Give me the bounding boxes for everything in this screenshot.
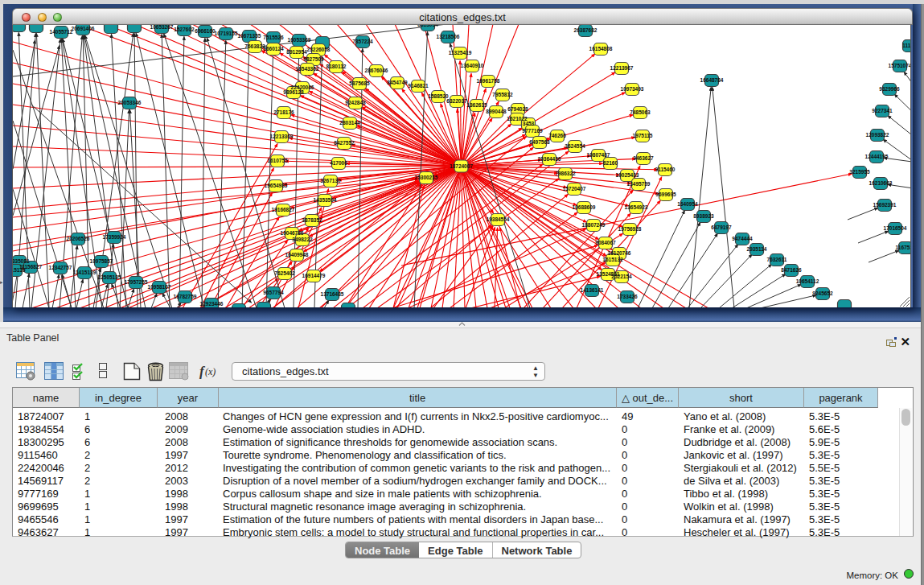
svg-text:7986322: 7986322 [555, 171, 576, 176]
svg-text:9084067: 9084067 [595, 240, 616, 245]
svg-text:8912954: 8912954 [286, 49, 307, 55]
svg-text:26387682: 26387682 [574, 27, 598, 33]
svg-text:12923446: 12923446 [200, 301, 224, 307]
svg-text:2718176: 2718176 [273, 109, 294, 115]
svg-text:10688609: 10688609 [573, 204, 596, 210]
svg-text:20691406: 20691406 [72, 26, 95, 31]
svg-text:13654923: 13654923 [625, 204, 648, 210]
svg-text:8427552: 8427552 [334, 140, 355, 146]
svg-text:13218506: 13218506 [437, 34, 460, 39]
svg-text:1335081: 1335081 [13, 258, 30, 264]
svg-text:11325419: 11325419 [449, 50, 472, 56]
svg-text:7955812: 7955812 [492, 92, 513, 97]
svg-text:11156827: 11156827 [19, 264, 43, 270]
svg-text:18724007: 18724007 [450, 163, 473, 169]
svg-text:417006: 417006 [330, 160, 347, 166]
svg-text:12342757: 12342757 [49, 265, 72, 270]
svg-text:6794028: 6794028 [507, 106, 528, 112]
svg-text:3453: 3453 [523, 121, 535, 126]
svg-text:11415139: 11415139 [73, 270, 97, 275]
svg-text:1588520: 1588520 [428, 93, 449, 99]
svg-text:12213369: 12213369 [270, 134, 294, 139]
svg-text:10958107: 10958107 [148, 284, 171, 290]
svg-text:9699695: 9699695 [655, 192, 676, 197]
svg-text:10654112: 10654112 [796, 278, 819, 284]
svg-text:(x): (x) [205, 366, 216, 377]
svg-text:2522154: 2522154 [611, 274, 632, 279]
svg-text:9777169: 9777169 [522, 128, 543, 134]
svg-text:10671355: 10671355 [238, 33, 261, 39]
svg-text:14136141: 14136141 [581, 287, 604, 293]
svg-text:16409948: 16409948 [285, 252, 309, 257]
svg-text:16053369: 16053369 [288, 37, 311, 43]
svg-text:2803144: 2803144 [339, 120, 360, 126]
svg-text:16914479: 16914479 [302, 273, 326, 278]
svg-text:3267130: 3267130 [320, 178, 341, 183]
svg-text:8938923: 8938923 [693, 213, 714, 219]
svg-text:9474444: 9474444 [732, 236, 753, 241]
svg-text:9245652: 9245652 [812, 290, 833, 296]
svg-text:9329966: 9329966 [879, 86, 900, 92]
svg-text:1975115: 1975115 [633, 133, 653, 138]
svg-text:13716485: 13716485 [321, 291, 344, 297]
svg-text:8813054: 8813054 [417, 25, 438, 27]
svg-text:16648784: 16648784 [700, 77, 724, 83]
svg-text:6479197: 6479197 [711, 225, 732, 230]
svg-text:20206526: 20206526 [67, 236, 90, 241]
svg-text:19654985: 19654985 [265, 183, 288, 188]
svg-text:12093822: 12093822 [866, 132, 889, 138]
svg-text:20053346: 20053346 [118, 100, 142, 105]
svg-text:8990448: 8990448 [486, 109, 507, 114]
svg-text:1733426: 1733426 [617, 294, 638, 299]
svg-text:9896128: 9896128 [283, 89, 304, 95]
svg-text:3878352: 3878352 [302, 217, 322, 223]
svg-text:13640910: 13640910 [461, 63, 484, 68]
svg-text:10975857: 10975857 [90, 258, 113, 264]
svg-text:16543362: 16543362 [296, 66, 319, 72]
svg-text:16782759: 16782759 [174, 294, 197, 299]
svg-text:7625402: 7625402 [274, 270, 295, 276]
svg-text:9657794: 9657794 [263, 290, 284, 295]
svg-text:13495759: 13495759 [627, 181, 651, 187]
svg-text:16120746: 16120746 [608, 250, 631, 256]
svg-text:10046786: 10046786 [281, 230, 304, 236]
svg-text:14353594: 14353594 [314, 197, 337, 203]
svg-text:25300215: 25300215 [415, 175, 438, 180]
svg-text:16210663: 16210663 [869, 180, 893, 186]
svg-text:18807249: 18807249 [582, 222, 606, 228]
svg-text:9827509: 9827509 [303, 56, 324, 62]
svg-text:1610755: 1610755 [267, 158, 288, 163]
svg-text:15692391: 15692391 [873, 202, 897, 208]
svg-text:9463627: 9463627 [633, 155, 654, 161]
svg-text:1527602: 1527602 [174, 27, 195, 32]
svg-text:11123: 11123 [902, 43, 911, 48]
svg-text:15751074: 15751074 [889, 63, 911, 68]
svg-text:7857224: 7857224 [352, 39, 373, 44]
svg-text:9115460: 9115460 [655, 167, 676, 172]
svg-text:9660124: 9660124 [263, 46, 284, 51]
svg-text:17016504: 17016504 [884, 225, 907, 231]
svg-text:7663822: 7663822 [244, 43, 265, 49]
svg-text:10807487: 10807487 [587, 152, 610, 158]
svg-text:16961758: 16961758 [477, 78, 500, 84]
svg-text:12444195: 12444195 [865, 154, 889, 159]
svg-text:7515526: 7515526 [263, 35, 284, 40]
svg-text:62160: 62160 [603, 160, 618, 166]
svg-text:1167531: 1167531 [896, 245, 911, 250]
svg-text:10719155: 10719155 [215, 31, 238, 36]
svg-text:12213967: 12213967 [610, 65, 634, 71]
svg-text:10973493: 10973493 [621, 86, 644, 92]
svg-text:5875685: 5875685 [349, 80, 370, 86]
svg-text:9227341: 9227341 [872, 108, 893, 113]
svg-text:8180112: 8180112 [326, 64, 347, 69]
svg-text:2935114: 2935114 [747, 246, 767, 252]
svg-text:8454749: 8454749 [387, 80, 408, 85]
svg-text:9242848: 9242848 [345, 100, 366, 105]
svg-text:19166827: 19166827 [272, 207, 295, 212]
svg-text:28676046: 28676046 [365, 68, 388, 73]
svg-text:6966160: 6966160 [195, 28, 216, 34]
svg-text:17359924: 17359924 [103, 234, 126, 240]
svg-text:8471626: 8471626 [781, 267, 802, 273]
svg-text:6322037: 6322037 [446, 98, 467, 104]
svg-text:3624554: 3624554 [565, 143, 585, 149]
